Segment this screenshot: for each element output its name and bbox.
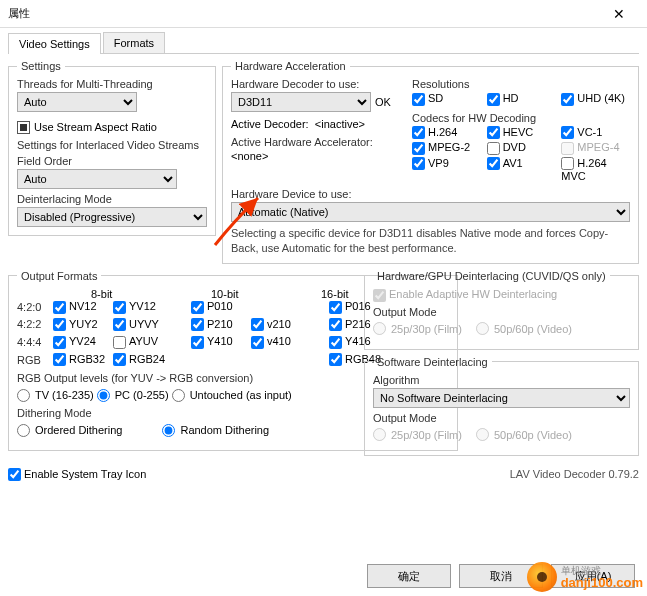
fmt-v410[interactable]: v410 — [251, 335, 311, 349]
watermark-text-2: danji100.com — [561, 576, 643, 589]
sw-deint-25p[interactable]: 25p/30p (Film) — [373, 428, 462, 441]
fmt-yv12[interactable]: YV12 — [113, 300, 173, 314]
gpu-deint-50p[interactable]: 50p/60p (Video) — [476, 322, 572, 335]
close-icon[interactable]: ✕ — [599, 6, 639, 22]
titlebar: 属性 ✕ — [0, 0, 647, 28]
codec-mpeg4[interactable]: MPEG-4 — [561, 141, 630, 155]
rgb-tv[interactable]: TV (16-235) — [17, 389, 94, 402]
hw-device-select[interactable]: Automatic (Native) — [231, 202, 630, 222]
gpu-deint-group: Hardware/GPU Deinterlacing (CUVID/QS onl… — [364, 270, 639, 350]
bits-8-label: 8-bit — [71, 288, 191, 300]
settings-legend: Settings — [17, 60, 65, 72]
codec-hevc[interactable]: HEVC — [487, 126, 556, 140]
dither-random[interactable]: Random Dithering — [162, 424, 269, 437]
codec-vp9[interactable]: VP9 — [412, 157, 481, 183]
output-formats-legend: Output Formats — [17, 270, 101, 282]
active-decoder-value: <inactive> — [315, 118, 365, 130]
codec-mpeg2[interactable]: MPEG-2 — [412, 141, 481, 155]
field-order-label: Field Order — [17, 155, 207, 167]
codec-h264[interactable]: H.264 — [412, 126, 481, 140]
sw-deint-algo-select[interactable]: No Software Deinterlacing — [373, 388, 630, 408]
fmt-yv24[interactable]: YV24 — [53, 335, 113, 349]
dither-ordered[interactable]: Ordered Dithering — [17, 424, 122, 437]
tray-icon-checkbox[interactable]: Enable System Tray Icon — [8, 468, 146, 482]
use-stream-aspect-label: Use Stream Aspect Ratio — [34, 121, 157, 133]
deint-mode-label: Deinterlacing Mode — [17, 193, 207, 205]
gpu-deint-output-mode-label: Output Mode — [373, 306, 630, 318]
version-label: LAV Video Decoder 0.79.2 — [510, 468, 639, 480]
row-rgb: RGB — [17, 354, 53, 366]
res-sd[interactable]: SD — [412, 92, 481, 106]
window-title: 属性 — [8, 6, 599, 21]
use-stream-aspect-checkbox[interactable] — [17, 121, 30, 134]
threads-select[interactable]: Auto — [17, 92, 137, 112]
sw-deint-legend: Software Deinterlacing — [373, 356, 492, 368]
fmt-uyvy[interactable]: UYVY — [113, 318, 173, 332]
row-420: 4:2:0 — [17, 301, 53, 313]
sw-deint-group: Software Deinterlacing Algorithm No Soft… — [364, 356, 639, 456]
rgb-untouched[interactable]: Untouched (as input) — [172, 389, 292, 402]
sw-deint-algo-label: Algorithm — [373, 374, 630, 386]
hw-accel-legend: Hardware Acceleration — [231, 60, 350, 72]
ok-button[interactable]: 确定 — [367, 564, 451, 588]
interlaced-settings-label: Settings for Interlaced Video Streams — [17, 139, 207, 151]
res-hd[interactable]: HD — [487, 92, 556, 106]
resolutions-label: Resolutions — [412, 78, 630, 90]
fmt-rgb32[interactable]: RGB32 — [53, 353, 113, 367]
tab-bar: Video Settings Formats — [8, 32, 639, 54]
gpu-deint-enable[interactable]: Enable Adaptive HW Deinterlacing — [373, 288, 557, 300]
active-decoder-label: Active Decoder: — [231, 118, 309, 130]
tab-video-settings[interactable]: Video Settings — [8, 33, 101, 54]
fmt-p210[interactable]: P210 — [191, 318, 251, 332]
hw-accel-group: Hardware Acceleration Hardware Decoder t… — [222, 60, 639, 264]
watermark-text-1: 单机游戏 — [561, 566, 643, 576]
fmt-ayuv[interactable]: AYUV — [113, 335, 173, 349]
active-hw-value: <none> — [231, 150, 406, 162]
bits-16-label: 16-bit — [301, 288, 371, 300]
codec-dvd[interactable]: DVD — [487, 141, 556, 155]
fmt-p010[interactable]: P010 — [191, 300, 251, 314]
gpu-deint-legend: Hardware/GPU Deinterlacing (CUVID/QS onl… — [373, 270, 610, 282]
watermark-logo-icon — [527, 562, 557, 592]
fmt-y410[interactable]: Y410 — [191, 335, 251, 349]
fmt-rgb24[interactable]: RGB24 — [113, 353, 173, 367]
settings-group: Settings Threads for Multi-Threading Aut… — [8, 60, 216, 236]
res-uhd[interactable]: UHD (4K) — [561, 92, 630, 106]
hw-device-note: Selecting a specific device for D3D11 di… — [231, 226, 630, 255]
hw-decoder-select[interactable]: D3D11 — [231, 92, 371, 112]
threads-label: Threads for Multi-Threading — [17, 78, 207, 90]
gpu-deint-25p[interactable]: 25p/30p (Film) — [373, 322, 462, 335]
rgb-pc[interactable]: PC (0-255) — [97, 389, 169, 402]
fmt-v210[interactable]: v210 — [251, 318, 311, 332]
fmt-nv12[interactable]: NV12 — [53, 300, 113, 314]
bits-10-label: 10-bit — [191, 288, 301, 300]
tab-formats[interactable]: Formats — [103, 32, 165, 53]
active-hw-label: Active Hardware Accelerator: — [231, 136, 406, 148]
sw-deint-output-mode-label: Output Mode — [373, 412, 630, 424]
hw-decoder-ok: OK — [375, 96, 391, 108]
codec-h264mvc[interactable]: H.264 MVC — [561, 157, 630, 183]
fmt-yuy2[interactable]: YUY2 — [53, 318, 113, 332]
sw-deint-50p[interactable]: 50p/60p (Video) — [476, 428, 572, 441]
codec-vc1[interactable]: VC-1 — [561, 126, 630, 140]
row-444: 4:4:4 — [17, 336, 53, 348]
watermark: 单机游戏 danji100.com — [527, 562, 643, 592]
codecs-label: Codecs for HW Decoding — [412, 112, 630, 124]
hw-device-label: Hardware Device to use: — [231, 188, 630, 200]
codec-av1[interactable]: AV1 — [487, 157, 556, 183]
hw-decoder-label: Hardware Decoder to use: — [231, 78, 406, 90]
field-order-select[interactable]: Auto — [17, 169, 177, 189]
row-422: 4:2:2 — [17, 318, 53, 330]
deint-mode-select[interactable]: Disabled (Progressive) — [17, 207, 207, 227]
